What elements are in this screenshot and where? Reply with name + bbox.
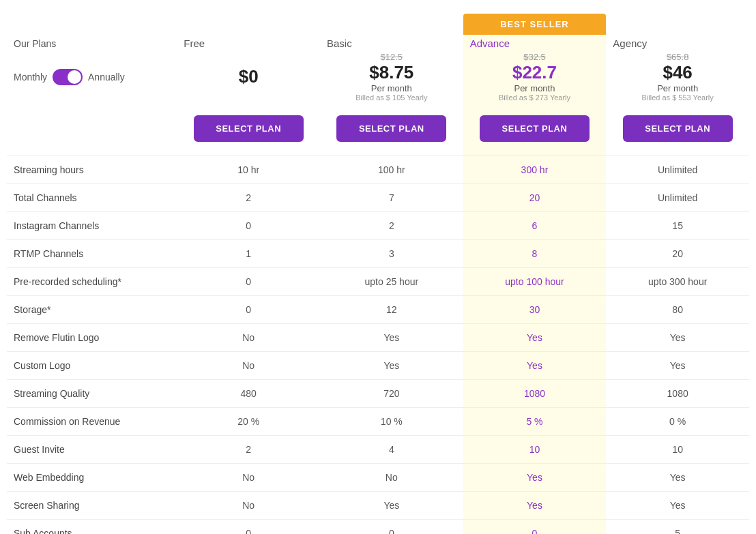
feature-advance-12: Yes (463, 492, 607, 520)
basic-per-month: Per month (327, 83, 456, 93)
advance-per-month: Per month (470, 83, 600, 93)
feature-basic-2: 2 (320, 212, 463, 240)
agency-select-cell: SELECT PLAN (606, 108, 749, 156)
feature-label-5: Storage* (7, 296, 177, 324)
feature-basic-6: Yes (320, 324, 463, 352)
basic-original-price: $12.5 (327, 52, 456, 62)
pricing-table: BEST SELLER Our Plans Free Basic Advance… (7, 14, 749, 534)
empty-select-cell (7, 108, 177, 156)
advance-billed: Billed as $ 273 Yearly (470, 93, 600, 102)
empty-cell (7, 14, 177, 35)
feature-advance-1: 20 (463, 184, 607, 212)
advance-select-cell: SELECT PLAN (463, 108, 607, 156)
agency-select-button[interactable]: SELECT PLAN (623, 115, 733, 142)
feature-free-5: 0 (177, 296, 320, 324)
advance-original-price: $32.5 (470, 52, 600, 62)
best-seller-row: BEST SELLER (7, 14, 749, 35)
pricing-container: BEST SELLER Our Plans Free Basic Advance… (0, 0, 756, 534)
agency-original-price: $65.8 (613, 52, 742, 62)
feature-row: Instagram Channels02615 (7, 212, 749, 240)
feature-row: Total Channels2720Unlimited (7, 184, 749, 212)
feature-basic-3: 3 (320, 240, 463, 268)
advance-price: $22.7 (470, 62, 600, 83)
feature-row: Remove Flutin LogoNoYesYesYes (7, 324, 749, 352)
feature-basic-8: 720 (320, 380, 463, 408)
feature-advance-3: 8 (463, 240, 607, 268)
feature-free-8: 480 (177, 380, 320, 408)
feature-agency-12: Yes (606, 492, 749, 520)
feature-advance-2: 6 (463, 212, 607, 240)
feature-free-3: 1 (177, 240, 320, 268)
feature-advance-11: Yes (463, 464, 607, 492)
feature-row: Streaming Quality48072010801080 (7, 380, 749, 408)
toggle-switch[interactable] (53, 69, 83, 85)
feature-free-12: No (177, 492, 320, 520)
agency-billed: Billed as $ 553 Yearly (613, 93, 742, 102)
free-plan-name: Free (184, 38, 205, 49)
advance-name-cell: Advance (463, 35, 607, 49)
empty-cell-basic (320, 14, 463, 35)
basic-select-button[interactable]: SELECT PLAN (336, 115, 446, 142)
feature-basic-12: Yes (320, 492, 463, 520)
feature-row: Guest Invite241010 (7, 436, 749, 464)
feature-basic-10: 4 (320, 436, 463, 464)
free-select-button[interactable]: SELECT PLAN (194, 115, 304, 142)
feature-label-11: Web Embedding (7, 464, 177, 492)
feature-free-9: 20 % (177, 408, 320, 436)
feature-row: Storage*0123080 (7, 296, 749, 324)
feature-label-10: Guest Invite (7, 436, 177, 464)
our-plans-row: Our Plans Free Basic Advance Agency (7, 35, 749, 49)
feature-free-10: 2 (177, 436, 320, 464)
feature-advance-0: 300 hr (463, 156, 607, 184)
feature-label-7: Custom Logo (7, 352, 177, 380)
basic-price: $8.75 (327, 62, 456, 83)
feature-basic-13: 0 (320, 520, 463, 535)
our-plans-label-cell: Our Plans (7, 35, 177, 49)
free-price: $0 (239, 66, 259, 87)
feature-label-4: Pre-recorded scheduling* (7, 268, 177, 296)
advance-select-button[interactable]: SELECT PLAN (480, 115, 590, 142)
feature-row: Commission on Revenue20 %10 %5 %0 % (7, 408, 749, 436)
basic-billed: Billed as $ 105 Yearly (327, 93, 456, 102)
basic-price-cell: $12.5 $8.75 Per month Billed as $ 105 Ye… (320, 49, 463, 108)
feature-advance-6: Yes (463, 324, 607, 352)
feature-agency-5: 80 (606, 296, 749, 324)
feature-basic-5: 12 (320, 296, 463, 324)
toggle-row: Monthly Annually $0 $12.5 $8.75 Per mont… (7, 49, 749, 108)
monthly-label: Monthly (14, 72, 47, 83)
best-seller-badge: BEST SELLER (463, 14, 607, 35)
feature-free-6: No (177, 324, 320, 352)
feature-free-11: No (177, 464, 320, 492)
feature-basic-11: No (320, 464, 463, 492)
feature-label-8: Streaming Quality (7, 380, 177, 408)
feature-advance-9: 5 % (463, 408, 607, 436)
feature-agency-8: 1080 (606, 380, 749, 408)
feature-label-13: Sub Accounts (7, 520, 177, 535)
annually-label: Annually (88, 72, 125, 83)
basic-name-cell: Basic (320, 35, 463, 49)
feature-label-0: Streaming hours (7, 156, 177, 184)
basic-select-cell: SELECT PLAN (320, 108, 463, 156)
feature-agency-0: Unlimited (606, 156, 749, 184)
feature-row: Sub Accounts0005 (7, 520, 749, 535)
feature-advance-10: 10 (463, 436, 607, 464)
feature-row: Screen SharingNoYesYesYes (7, 492, 749, 520)
free-price-cell: $0 (177, 49, 320, 108)
best-seller-cell: BEST SELLER (463, 14, 607, 35)
advance-plan-name: Advance (470, 38, 510, 49)
agency-per-month: Per month (613, 83, 742, 93)
feature-basic-9: 10 % (320, 408, 463, 436)
feature-basic-0: 100 hr (320, 156, 463, 184)
feature-label-12: Screen Sharing (7, 492, 177, 520)
feature-agency-13: 5 (606, 520, 749, 535)
basic-plan-name: Basic (327, 38, 352, 49)
advance-price-cell: $32.5 $22.7 Per month Billed as $ 273 Ye… (463, 49, 607, 108)
feature-free-4: 0 (177, 268, 320, 296)
free-select-cell: SELECT PLAN (177, 108, 320, 156)
feature-agency-11: Yes (606, 464, 749, 492)
feature-free-0: 10 hr (177, 156, 320, 184)
feature-agency-2: 15 (606, 212, 749, 240)
feature-free-13: 0 (177, 520, 320, 535)
agency-plan-name: Agency (613, 38, 647, 49)
feature-free-1: 2 (177, 184, 320, 212)
